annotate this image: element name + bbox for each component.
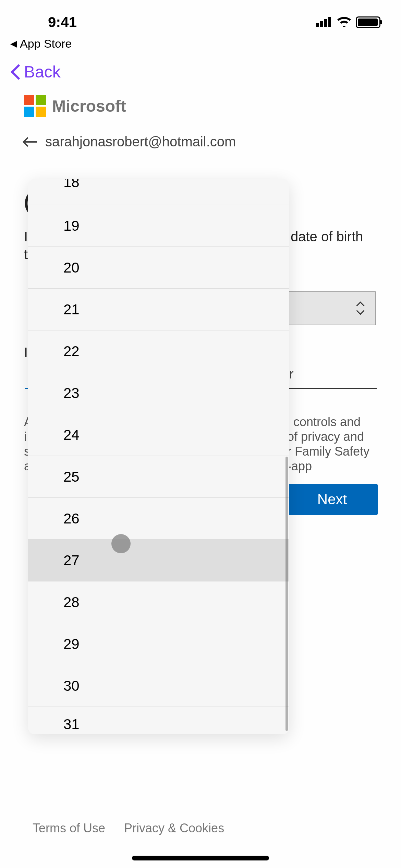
svg-rect-3 bbox=[328, 17, 331, 27]
day-option-selected[interactable]: 27 bbox=[28, 540, 289, 581]
day-option[interactable]: 24 bbox=[28, 414, 289, 456]
home-indicator[interactable] bbox=[132, 856, 269, 860]
triangle-left-icon: ◀ bbox=[10, 38, 17, 49]
privacy-link[interactable]: Privacy & Cookies bbox=[124, 821, 224, 835]
day-option[interactable]: 28 bbox=[28, 581, 289, 623]
day-option[interactable]: 18 bbox=[28, 179, 289, 205]
footer-links: Terms of Use Privacy & Cookies bbox=[33, 821, 224, 835]
app-store-back-label: App Store bbox=[20, 37, 72, 50]
country-region-select[interactable] bbox=[287, 291, 376, 325]
back-button[interactable]: Back bbox=[0, 50, 401, 95]
day-picker-dropdown[interactable]: 18 19 20 21 22 23 24 25 26 27 28 29 30 3… bbox=[28, 179, 289, 734]
status-time: 9:41 bbox=[21, 14, 77, 31]
app-store-back-link[interactable]: ◀ App Store bbox=[0, 37, 401, 50]
svg-rect-1 bbox=[320, 21, 323, 27]
family-safety-text-partial: l controls and bbox=[287, 415, 361, 429]
arrow-left-icon bbox=[24, 137, 38, 147]
chevron-left-icon bbox=[10, 64, 21, 80]
birthdate-label-partial: I bbox=[24, 345, 28, 360]
svg-rect-2 bbox=[324, 19, 327, 27]
day-option[interactable]: 23 bbox=[28, 372, 289, 414]
terms-link[interactable]: Terms of Use bbox=[33, 821, 105, 835]
touch-indicator bbox=[111, 534, 131, 553]
birthdate-input-partial[interactable]: r bbox=[287, 367, 377, 389]
wifi-icon bbox=[337, 16, 352, 28]
status-icons bbox=[316, 16, 380, 28]
day-option[interactable]: 30 bbox=[28, 665, 289, 707]
microsoft-logo: Microsoft bbox=[24, 95, 377, 117]
family-safety-text-partial: r Family Safety bbox=[287, 444, 369, 459]
back-label: Back bbox=[24, 62, 61, 81]
day-option[interactable]: 19 bbox=[28, 205, 289, 247]
cellular-signal-icon bbox=[316, 16, 332, 28]
day-option[interactable]: 20 bbox=[28, 247, 289, 289]
microsoft-logo-text: Microsoft bbox=[52, 97, 126, 116]
svg-rect-0 bbox=[316, 23, 319, 27]
next-button-label: Next bbox=[317, 491, 347, 508]
family-safety-text-partial: -app bbox=[287, 459, 312, 473]
microsoft-logo-icon bbox=[24, 95, 46, 117]
next-button[interactable]: Next bbox=[287, 484, 378, 515]
day-option[interactable]: 31 bbox=[28, 707, 289, 734]
family-safety-text-partial: i bbox=[24, 430, 27, 444]
account-email: sarahjonasrobert@hotmail.com bbox=[45, 134, 236, 149]
birthdate-input-active-edge bbox=[25, 367, 28, 389]
scrollbar[interactable] bbox=[285, 457, 288, 731]
day-option[interactable]: 22 bbox=[28, 330, 289, 372]
day-option[interactable]: 26 bbox=[28, 498, 289, 540]
day-option[interactable]: 25 bbox=[28, 456, 289, 498]
status-bar: 9:41 bbox=[0, 0, 401, 34]
bg-text-partial: t bbox=[24, 247, 28, 262]
day-option[interactable]: 29 bbox=[28, 623, 289, 665]
account-email-row[interactable]: sarahjonasrobert@hotmail.com bbox=[24, 134, 377, 149]
day-option[interactable]: 21 bbox=[28, 289, 289, 330]
family-safety-text-partial: of privacy and bbox=[287, 430, 364, 444]
bg-text-partial: I bbox=[24, 229, 28, 244]
bg-text-partial: date of birth bbox=[291, 229, 363, 244]
chevron-updown-icon bbox=[355, 301, 365, 315]
battery-icon bbox=[356, 16, 380, 28]
